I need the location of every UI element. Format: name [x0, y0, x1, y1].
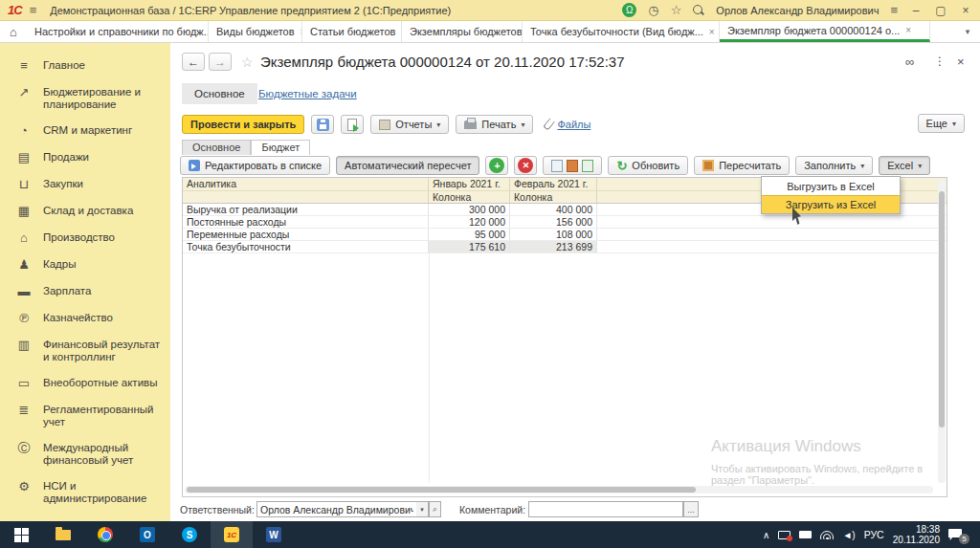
scrollbar-thumb[interactable] [187, 487, 696, 493]
sidebar-item-warehouse[interactable]: ▦Склад и доставка [0, 198, 170, 225]
post-and-close-button[interactable]: Провести и закрыть [182, 115, 304, 134]
delete-row-button[interactable]: ✕ [514, 156, 537, 175]
sidebar-item-regulated-accounting[interactable]: ≣Регламентированный учет [0, 397, 170, 435]
comment-more-button[interactable]: ... [683, 501, 699, 517]
document-title: Экземпляр бюджета 000000124 от 20.11.202… [260, 54, 625, 70]
clock[interactable]: 18:38 20.11.2020 [893, 524, 940, 545]
volume-icon[interactable]: ◄) [842, 530, 855, 540]
sidebar-item-treasury[interactable]: ℗Казначейство [0, 305, 170, 332]
subtab-main[interactable]: Основное [182, 140, 251, 155]
sidebar-item-sales[interactable]: ▤Продажи [0, 144, 170, 171]
sidebar-item-international-accounting[interactable]: ⒸМеждународный финансовый учет [0, 435, 170, 473]
navtab-main[interactable]: Основное [182, 83, 257, 104]
responsible-dropdown-icon[interactable]: ▾ [416, 501, 429, 517]
close-window-button[interactable]: × [959, 4, 972, 17]
fill-button[interactable]: Заполнить▾ [795, 156, 873, 175]
history-icon[interactable]: ◷ [648, 4, 658, 16]
file-explorer-button[interactable] [42, 521, 84, 548]
tab-budget-instance-active[interactable]: Экземпляр бюджета 000000124 о... × [720, 21, 930, 42]
edit-in-list-button[interactable]: Редактировать в списке [180, 156, 330, 175]
forward-button[interactable]: → [209, 53, 232, 71]
favorites-star-icon[interactable]: ☆ [671, 4, 682, 16]
vertical-scrollbar[interactable] [938, 180, 946, 483]
navtab-budget-tasks[interactable]: Бюджетные задачи [258, 88, 357, 99]
close-tab-icon[interactable]: × [905, 25, 911, 35]
menu-item-export-excel[interactable]: Выгрузить в Excel [762, 177, 900, 195]
sidebar-item-purchasing[interactable]: ⊔Закупки [0, 171, 170, 198]
tab-budget-instances[interactable]: Экземпляры бюджетов × [402, 21, 523, 42]
responsible-open-icon[interactable]: ⌕ [429, 501, 441, 517]
word-icon: W [266, 527, 281, 542]
sidebar-item-crm[interactable]: ◔CRM и маркетинг [0, 118, 170, 144]
column-header-analytics[interactable]: Аналитика [183, 178, 429, 190]
scrollbar-thumb[interactable] [939, 191, 945, 427]
refresh-button[interactable]: ↻Обновить [608, 156, 688, 175]
post-document-button[interactable] [341, 115, 364, 134]
calculator-icon [702, 160, 714, 171]
sidebar-item-payroll[interactable]: ▬Зарплата [0, 278, 170, 305]
date: 20.11.2020 [893, 535, 940, 545]
search-icon[interactable] [693, 5, 704, 16]
tab-budget-kinds[interactable]: Виды бюджетов × [209, 21, 302, 42]
current-user[interactable]: Орлов Александр Владимирович [716, 5, 879, 16]
outlook-button[interactable]: O [126, 521, 168, 548]
clipboard-group[interactable] [543, 156, 602, 175]
table-row[interactable]: Переменные расходы 95 000 108 000 [183, 229, 947, 241]
main-menu-icon[interactable]: ≡ [30, 3, 37, 17]
copy-link-icon[interactable]: ∞ [905, 55, 914, 69]
sidebar-item-main[interactable]: ≡Главное [0, 53, 170, 79]
subtab-budget[interactable]: Бюджет [251, 140, 310, 155]
document-footer: Ответственный: ▾ ⌕ Комментарий: ... [170, 501, 980, 520]
tray-expand-icon[interactable]: ∧ [763, 530, 769, 540]
tab-budget-settings[interactable]: Настройки и справочники по бюдж... × [27, 21, 209, 42]
start-button[interactable] [0, 521, 42, 548]
table-row[interactable]: Постоянные расходы 120 000 156 000 [183, 216, 947, 229]
language-indicator[interactable]: РУС [864, 529, 884, 540]
restore-button[interactable]: ▢ [934, 4, 947, 17]
more-button[interactable]: Еще▾ [918, 114, 965, 133]
auto-recalc-toggle[interactable]: Автоматический пересчет [336, 156, 479, 175]
tab-budget-items[interactable]: Статьи бюджетов × [302, 21, 402, 42]
close-form-icon[interactable]: × [957, 55, 965, 69]
save-button[interactable] [311, 115, 334, 134]
print-button[interactable]: Печать▾ [456, 115, 533, 134]
more-kebab-icon[interactable]: ⋮ [934, 55, 946, 68]
files-link[interactable]: Файлы [557, 119, 590, 130]
tabs-overflow-icon[interactable]: ▾ [955, 21, 980, 42]
column-header-january[interactable]: Январь 2021 г. [429, 178, 510, 190]
chrome-button[interactable] [84, 521, 126, 548]
grid-icon: ▦ [15, 205, 33, 218]
table-row[interactable]: Точка безубыточности 175 610 213 699 [183, 241, 947, 253]
windows-logo-icon [14, 528, 29, 542]
tab-breakeven[interactable]: Точка безубыточности (Вид бюдж... × [523, 21, 720, 42]
favorite-star-icon[interactable]: ☆ [241, 55, 254, 70]
tray-app-icon[interactable] [799, 531, 812, 538]
display-tray-icon[interactable] [778, 531, 791, 539]
panel-settings-icon[interactable]: ≡ [890, 4, 898, 16]
excel-button[interactable]: Excel▾ [879, 156, 930, 175]
minimize-button[interactable]: – [909, 4, 923, 17]
menu-item-import-excel[interactable]: Загрузить из Excel [762, 195, 900, 213]
responsible-field[interactable] [256, 501, 417, 517]
home-tab-icon[interactable]: ⌂ [0, 21, 27, 42]
add-row-button[interactable]: + [485, 156, 508, 175]
skype-button[interactable]: S [168, 521, 211, 548]
wifi-icon[interactable] [820, 531, 834, 539]
horizontal-scrollbar[interactable] [185, 486, 933, 493]
sidebar-item-fixed-assets[interactable]: ▭Внеоборотные активы [0, 370, 170, 397]
sidebar-item-budgeting[interactable]: ↗Бюджетирование и планирование [0, 79, 170, 118]
close-tab-icon[interactable]: × [709, 27, 715, 37]
column-header-february[interactable]: Февраль 2021 г. [510, 178, 597, 190]
1c-app-button[interactable]: 1С [211, 521, 253, 548]
sidebar-item-nsi-administration[interactable]: ⚙НСИ и администрирование [0, 473, 170, 512]
word-button[interactable]: W [253, 521, 295, 548]
sidebar-item-fin-result[interactable]: ▥Финансовый результат и контроллинг [0, 332, 170, 370]
recalculate-button[interactable]: Пересчитать [694, 156, 790, 175]
reports-button[interactable]: Отчеты▾ [370, 115, 449, 134]
sidebar-item-hr[interactable]: ♟Кадры [0, 252, 170, 278]
sidebar-item-production[interactable]: ⌂Производство [0, 225, 170, 252]
notifications-bell-icon[interactable]: Ω [622, 3, 636, 17]
back-button[interactable]: ← [182, 53, 205, 71]
responsible-label: Ответственный: [180, 504, 255, 515]
comment-field[interactable] [528, 501, 683, 517]
